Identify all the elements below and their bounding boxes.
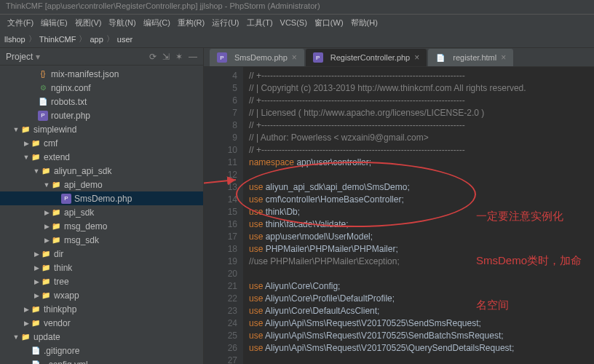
conf-icon: ⚙ [38,83,48,93]
tree-label: router.php [51,111,90,121]
tree-item[interactable]: ▶📁vendor [0,316,203,330]
tree-item[interactable]: 📄_config.yml [0,357,203,364]
folder-icon: 📁 [41,263,51,273]
tree-item[interactable]: 📄robots.txt [0,95,203,108]
menu-item[interactable]: 导航(N) [106,17,138,28]
tree-label: wxapp [54,290,79,301]
menu-item[interactable]: 文件(F) [4,17,36,28]
tree-arrow-icon[interactable]: ▼ [22,154,31,161]
tree-item[interactable]: ▼📁extend [0,150,203,164]
tree-item[interactable]: Prouter.php [0,108,203,122]
folder-icon: 📁 [31,138,41,149]
tree-arrow-icon[interactable]: ▶ [32,278,41,285]
tree-label: update [33,332,60,342]
folder-icon: 📁 [41,166,51,176]
menu-item[interactable]: 重构(R) [175,17,207,28]
title-bar: ThinkCMF [app\user\controller\RegisterCo… [0,0,594,15]
breadcrumb-item[interactable]: app [90,35,103,44]
php-icon: P [217,52,227,63]
tree-label: _config.yml [44,360,88,365]
editor-area: PSmsDemo.php×PRegisterController.php×📄re… [204,48,594,364]
tree-arrow-icon[interactable]: ▶ [32,292,41,299]
sync-icon[interactable]: ⟳ [149,52,157,62]
menu-item[interactable]: 帮助(H) [348,17,381,28]
project-sidebar: Project ▾ ⟳ ⇲ ✶ — {}mix-manifest.json⚙ng… [0,48,204,364]
tree-item[interactable]: ▶📁wxapp [0,288,203,302]
breadcrumb-separator: 〉 [106,33,114,44]
folder-icon: 📁 [51,221,61,232]
chevron-down-icon[interactable]: ▾ [36,52,40,62]
tree-label: robots.txt [51,97,87,107]
menu-item[interactable]: 编码(C) [140,17,173,28]
tree-item[interactable]: ▶📁cmf [0,136,203,150]
project-tree[interactable]: {}mix-manifest.json⚙nginx.conf📄robots.tx… [0,66,203,364]
tree-arrow-icon[interactable]: ▼ [12,333,20,341]
tree-arrow-icon[interactable]: ▶ [42,209,51,216]
tree-label: api_sdk [64,207,94,218]
breadcrumb-item[interactable]: llshop [4,35,25,44]
tree-arrow-icon[interactable]: ▶ [42,223,51,230]
tree-item[interactable]: ▶📁msg_sdk [0,233,203,247]
tree-item[interactable]: {}mix-manifest.json [0,67,203,81]
tree-arrow-icon[interactable]: ▶ [32,250,41,258]
close-icon[interactable]: × [414,52,419,63]
menu-item[interactable]: 编辑(E) [38,17,71,28]
close-icon[interactable]: × [292,52,297,63]
editor-tab[interactable]: 📄register.html× [428,49,513,66]
menu-item[interactable]: 视图(V) [72,17,105,28]
tree-item[interactable]: ▼📁update [0,330,203,344]
breadcrumb-separator: 〉 [28,33,36,44]
tree-item[interactable]: ▶📁thinkphp [0,302,203,316]
editor-tabs: PSmsDemo.php×PRegisterController.php×📄re… [204,48,594,67]
tree-arrow-icon[interactable]: ▶ [22,306,31,313]
tree-label: thinkphp [44,304,76,314]
collapse-icon[interactable]: ⇲ [162,52,170,62]
tree-label: api_demo [64,180,103,190]
sidebar-header: Project ▾ ⟳ ⇲ ✶ — [0,48,203,66]
menu-bar: 文件(F)编辑(E)视图(V)导航(N)编码(C)重构(R)运行(U)工具(T)… [0,15,594,31]
tree-label: dir [54,249,63,259]
folder-icon: 📁 [31,304,41,314]
tree-item[interactable]: ▶📁dir [0,247,203,261]
code-content[interactable]: 一定要注意实例化 SmsDemo类时，加命 名空间 // +----------… [243,67,594,364]
tree-label: aliyun_api_sdk [54,166,111,176]
gear-icon[interactable]: ✶ [175,52,183,62]
menu-item[interactable]: 运行(U) [209,17,242,28]
tree-item[interactable]: ▶📁msg_demo [0,219,203,233]
breadcrumb-item[interactable]: user [117,35,132,44]
tree-arrow-icon[interactable]: ▶ [22,140,31,147]
tree-item[interactable]: ▼📁simplewind [0,122,203,136]
tree-label: tree [54,277,69,287]
tree-item[interactable]: PSmsDemo.php [0,191,203,205]
tree-item[interactable]: ▼📁api_demo [0,178,203,191]
tree-item[interactable]: ▶📁tree [0,274,203,288]
tree-arrow-icon[interactable]: ▼ [32,167,41,175]
php-icon: P [38,111,48,121]
breadcrumb-separator: 〉 [79,33,87,44]
editor-tab[interactable]: PSmsDemo.php× [210,49,304,66]
tree-arrow-icon[interactable]: ▼ [12,126,20,133]
line-gutter: 4567891011121314151617181920212223242526… [204,67,243,364]
tree-label: simplewind [33,124,76,135]
tree-item[interactable]: ▶📁api_sdk [0,205,203,219]
tree-item[interactable]: ▶📁think [0,261,203,274]
close-icon[interactable]: × [501,52,506,63]
menu-item[interactable]: 窗口(W) [312,17,346,28]
tree-arrow-icon[interactable]: ▼ [42,181,51,189]
folder-icon: 📁 [51,180,61,190]
menu-item[interactable]: 工具(T) [244,17,276,28]
file-icon: 📄 [435,52,446,63]
breadcrumb-item[interactable]: ThinkCMF [39,35,76,44]
tab-label: RegisterController.php [330,53,410,62]
tree-arrow-icon[interactable]: ▶ [32,264,41,272]
tree-item[interactable]: ⚙nginx.conf [0,81,203,95]
tree-arrow-icon[interactable]: ▶ [42,237,51,244]
menu-item[interactable]: VCS(S) [277,18,310,27]
editor-tab[interactable]: PRegisterController.php× [306,49,427,66]
tree-arrow-icon[interactable]: ▶ [22,320,31,327]
tree-item[interactable]: 📄.gitignore [0,344,203,357]
hide-icon[interactable]: — [189,52,197,62]
tree-item[interactable]: ▼📁aliyun_api_sdk [0,164,203,178]
project-label: Project [6,52,33,62]
tree-label: mix-manifest.json [51,69,119,79]
